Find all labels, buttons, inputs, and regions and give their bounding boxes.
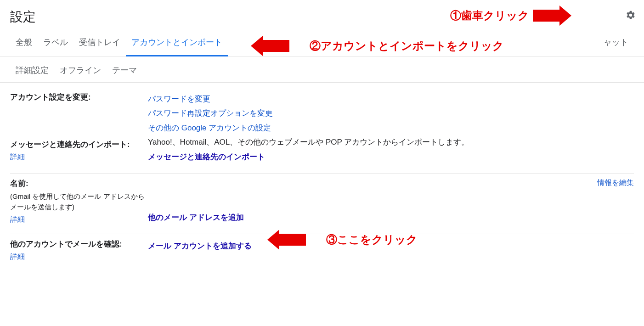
link-add-another-email[interactable]: 他のメール アドレスを追加 <box>148 210 244 225</box>
label-check-other: 他のアカウントでメールを確認: <box>10 239 148 249</box>
import-description: Yahoo!、Hotmail、AOL、その他のウェブメールや POP アカウント… <box>148 135 634 149</box>
tab-labels[interactable]: ラベル <box>38 30 73 56</box>
tab-advanced[interactable]: 詳細設定 <box>10 56 54 76</box>
label-account-change: アカウント設定を変更: <box>10 92 148 102</box>
page-header: 設定 <box>0 0 644 30</box>
link-change-pw-reset[interactable]: パスワード再設定オプションを変更 <box>148 109 273 118</box>
tab-inbox[interactable]: 受信トレイ <box>73 30 126 56</box>
section-left: アカウント設定を変更: メッセージと連絡先のインポート: 詳細 <box>10 92 148 164</box>
detail-link-check-other[interactable]: 詳細 <box>10 252 25 262</box>
detail-link-name[interactable]: 詳細 <box>10 215 25 225</box>
link-import-messages[interactable]: メッセージと連絡先のインポート <box>148 152 265 161</box>
tab-offline[interactable]: オフライン <box>54 56 107 76</box>
tabs-primary: 全般 ラベル 受信トレイ アカウントとインポート ャット <box>0 30 644 56</box>
section-account-and-import: アカウント設定を変更: メッセージと連絡先のインポート: 詳細 パスワードを変更… <box>10 87 634 174</box>
link-edit-info[interactable]: 情報を編集 <box>597 179 634 186</box>
link-add-mail-account[interactable]: メール アカウントを追加する <box>148 242 252 250</box>
settings-sections: アカウント設定を変更: メッセージと連絡先のインポート: 詳細 パスワードを変更… <box>0 83 644 280</box>
page-title: 設定 <box>10 8 634 26</box>
section-left: 名前: (Gmail を使用して他のメール アドレスからメールを送信します) 詳… <box>10 178 148 225</box>
gear-icon[interactable] <box>626 10 636 22</box>
section-left: 他のアカウントでメールを確認: 詳細 <box>10 239 148 262</box>
section-check-other: 他のアカウントでメールを確認: 詳細 メール アカウントを追加する <box>10 234 634 271</box>
label-import: メッセージと連絡先のインポート: <box>10 139 148 150</box>
detail-link-import[interactable]: 詳細 <box>10 152 25 162</box>
section-right: パスワードを変更 パスワード再設定オプションを変更 その他の Google アカ… <box>148 92 634 164</box>
label-name: 名前: <box>10 178 148 189</box>
sub-name: (Gmail を使用して他のメール アドレスからメールを送信します) <box>10 191 148 212</box>
link-other-google[interactable]: その他の Google アカウントの設定 <box>148 124 271 132</box>
link-change-password[interactable]: パスワードを変更 <box>148 95 210 103</box>
section-right: 他のメール アドレスを追加 <box>148 178 570 225</box>
section-far-right: 情報を編集 <box>570 178 634 225</box>
tab-themes[interactable]: テーマ <box>107 56 142 76</box>
section-right: メール アカウントを追加する <box>148 239 634 262</box>
tab-accounts-import[interactable]: アカウントとインポート <box>126 30 228 56</box>
tabs-secondary: 詳細設定 オフライン テーマ <box>0 56 644 83</box>
tab-chat-fragment[interactable]: ャット <box>598 30 634 56</box>
section-name: 名前: (Gmail を使用して他のメール アドレスからメールを送信します) 詳… <box>10 174 634 234</box>
tab-general[interactable]: 全般 <box>10 30 38 56</box>
